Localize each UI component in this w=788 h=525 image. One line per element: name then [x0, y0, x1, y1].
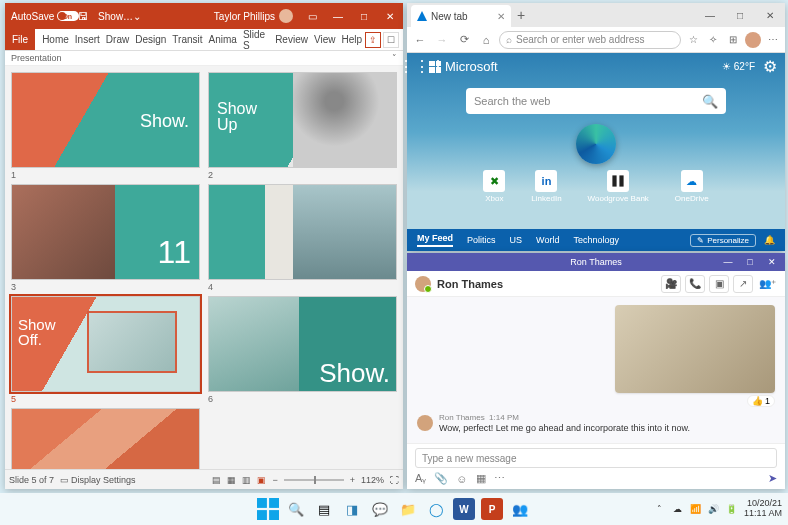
profile-avatar[interactable]	[745, 32, 761, 48]
contact-avatar[interactable]	[415, 276, 431, 292]
ribbon-options-icon[interactable]: ▭	[299, 3, 325, 29]
gif-icon[interactable]: ▦	[476, 472, 486, 485]
back-button[interactable]: ←	[411, 31, 429, 49]
format-icon[interactable]: Aᵧ	[415, 472, 426, 485]
edge-icon[interactable]: ◯	[425, 498, 447, 520]
tile-xbox[interactable]: ✖Xbox	[483, 170, 505, 203]
teams-icon[interactable]: 👥	[509, 498, 531, 520]
maximize-button[interactable]: □	[739, 253, 761, 271]
ribbon-tab-insert[interactable]: Insert	[72, 29, 103, 50]
system-tray[interactable]: ˄ ☁ 📶 🔊 🔋 10/20/21 11:11 AM	[654, 499, 782, 519]
autosave-toggle[interactable]: AutoSave On	[11, 11, 72, 22]
refresh-button[interactable]: ⟳	[455, 31, 473, 49]
menu-icon[interactable]: ⋯	[765, 32, 781, 48]
feed-tab-myfeed[interactable]: My Feed	[417, 233, 453, 247]
settings-icon[interactable]: ⚙	[763, 57, 777, 76]
minimize-button[interactable]: —	[325, 3, 351, 29]
browser-tab[interactable]: New tab ✕	[411, 5, 511, 27]
ribbon-tab-slideshow[interactable]: Slide S	[240, 29, 272, 50]
view-normal-icon[interactable]: ▤	[212, 475, 221, 485]
new-tab-button[interactable]: +	[511, 7, 531, 23]
edge-titlebar[interactable]: New tab ✕ + — □ ✕	[407, 3, 785, 27]
search-icon[interactable]: 🔍	[702, 94, 718, 109]
audio-call-button[interactable]: 📞	[685, 275, 705, 293]
attach-icon[interactable]: 📎	[434, 472, 448, 485]
display-settings-button[interactable]: ▭ Display Settings	[60, 475, 136, 485]
weather-widget[interactable]: ☀62°F	[722, 61, 755, 72]
view-sorter-icon[interactable]: ▦	[227, 475, 236, 485]
tab-close-icon[interactable]: ✕	[497, 11, 505, 22]
account-button[interactable]: Taylor Phillips	[214, 9, 293, 23]
slide-thumb-5[interactable]: Show Off.5	[11, 296, 200, 404]
send-button[interactable]: ➤	[768, 472, 777, 485]
microsoft-logo[interactable]: Microsoft	[429, 59, 498, 74]
pop-out-button[interactable]: ↗	[733, 275, 753, 293]
document-title[interactable]: Show…	[98, 11, 133, 22]
slide-thumb-7[interactable]	[11, 408, 200, 469]
share-button[interactable]: ⇪	[365, 32, 381, 48]
tile-woodgrove[interactable]: Woodgrove Bank	[588, 170, 649, 203]
sent-image-message[interactable]	[615, 305, 775, 393]
slide-sorter[interactable]: Show.1 Show Up2 113 4 Show Off.5 Show.6	[5, 66, 403, 469]
tile-linkedin[interactable]: inLinkedIn	[531, 170, 561, 203]
widgets-icon[interactable]: ◨	[341, 498, 363, 520]
reaction-badge[interactable]: 👍1	[747, 395, 775, 407]
zoom-slider[interactable]	[284, 479, 344, 481]
slide-thumb-2[interactable]: Show Up2	[208, 72, 397, 180]
view-slideshow-icon[interactable]: ▣	[257, 475, 266, 485]
ribbon-tab-draw[interactable]: Draw	[103, 29, 132, 50]
ribbon-tab-file[interactable]: File	[5, 29, 35, 50]
minimize-button[interactable]: —	[717, 253, 739, 271]
ribbon-tab-help[interactable]: Help	[338, 29, 365, 50]
ribbon-tab-transitions[interactable]: Transit	[169, 29, 205, 50]
minimize-button[interactable]: —	[695, 3, 725, 27]
tile-onedrive[interactable]: ☁OneDrive	[675, 170, 709, 203]
powerpoint-titlebar[interactable]: AutoSave On 🖫 Show… ⌄ Taylor Phillips ▭ …	[5, 3, 403, 29]
notifications-icon[interactable]: 🔔	[764, 235, 775, 245]
feed-tab-us[interactable]: US	[510, 235, 523, 245]
ribbon-tab-home[interactable]: Home	[39, 29, 72, 50]
zoom-level[interactable]: 112%	[361, 475, 384, 485]
address-bar[interactable]: ⌕ Search or enter web address	[499, 31, 681, 49]
ribbon-tab-view[interactable]: View	[311, 29, 339, 50]
explorer-icon[interactable]: 📁	[397, 498, 419, 520]
clock[interactable]: 10/20/21 11:11 AM	[744, 499, 782, 519]
view-reading-icon[interactable]: ▥	[242, 475, 251, 485]
title-chevron-icon[interactable]: ⌄	[133, 11, 141, 22]
fit-to-window-button[interactable]: ⛶	[390, 475, 399, 485]
ntp-search-box[interactable]: Search the web 🔍	[466, 88, 726, 114]
taskbar-search-icon[interactable]: 🔍	[285, 498, 307, 520]
comments-button[interactable]: ☐	[383, 32, 399, 48]
onedrive-tray-icon[interactable]: ☁	[672, 504, 684, 514]
taskbar[interactable]: 🔍 ▤ ◨ 💬 📁 ◯ W P 👥 ˄ ☁ 📶 🔊 🔋 10/20/21 11:…	[0, 493, 788, 525]
maximize-button[interactable]: □	[351, 3, 377, 29]
start-button[interactable]	[257, 498, 279, 520]
ribbon-tab-review[interactable]: Review	[272, 29, 311, 50]
slide-thumb-1[interactable]: Show.1	[11, 72, 200, 180]
tray-overflow-icon[interactable]: ˄	[654, 504, 666, 514]
ribbon-tab-animations[interactable]: Anima	[206, 29, 240, 50]
maximize-button[interactable]: □	[725, 3, 755, 27]
favorites-icon[interactable]: ✧	[705, 32, 721, 48]
feed-tab-world[interactable]: World	[536, 235, 559, 245]
slide-thumb-4[interactable]: 4	[208, 184, 397, 292]
ribbon-tab-design[interactable]: Design	[132, 29, 169, 50]
read-aloud-icon[interactable]: ☆	[685, 32, 701, 48]
teams-titlebar[interactable]: Ron Thames — □ ✕	[407, 253, 785, 271]
emoji-icon[interactable]: ☺	[456, 473, 467, 485]
app-launcher-icon[interactable]: ⋮⋮⋮	[415, 60, 429, 74]
contact-name[interactable]: Ron Thames	[437, 278, 503, 290]
close-button[interactable]: ✕	[755, 3, 785, 27]
close-button[interactable]: ✕	[761, 253, 783, 271]
home-button[interactable]: ⌂	[477, 31, 495, 49]
slide-thumb-3[interactable]: 113	[11, 184, 200, 292]
volume-icon[interactable]: 🔊	[708, 504, 720, 514]
add-people-button[interactable]: 👥⁺	[757, 275, 777, 293]
word-icon[interactable]: W	[453, 498, 475, 520]
video-call-button[interactable]: 🎥	[661, 275, 681, 293]
chat-body[interactable]: 👍1 Ron Thames 1:14 PM Wow, perfect! Let …	[407, 297, 785, 443]
slide-thumb-6[interactable]: Show.6	[208, 296, 397, 404]
personalize-button[interactable]: ✎ Personalize	[690, 234, 756, 247]
zoom-in-button[interactable]: +	[350, 475, 355, 485]
collections-icon[interactable]: ⊞	[725, 32, 741, 48]
